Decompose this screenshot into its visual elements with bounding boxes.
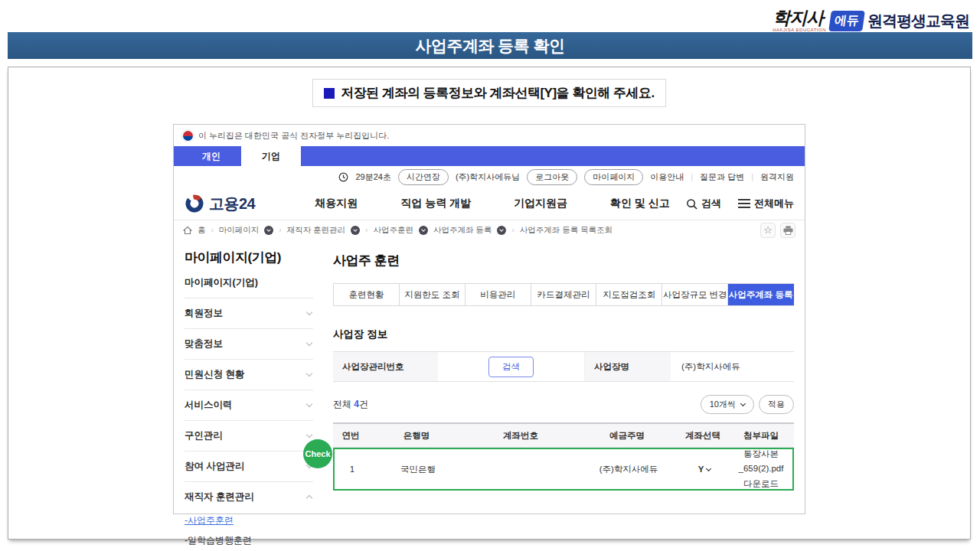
breadcrumb-employer-training[interactable]: 사업주훈련	[373, 225, 413, 236]
korea-flag-icon	[183, 131, 193, 141]
user-type-tab-bar: 개인 기업	[174, 146, 805, 166]
sidebar-item-member-info[interactable]: 회원정보	[185, 298, 313, 329]
tab-inspection[interactable]: 지도점검조회	[596, 284, 662, 305]
bullet-square-icon	[324, 88, 335, 99]
mypage-button[interactable]: 마이페이지	[584, 169, 643, 185]
main-content: 사업주 훈련 훈련현황 지원한도 조회 비용관리 카드결제관리 지도점검조회 사…	[333, 249, 794, 551]
header-account-number: 계좌번호	[465, 430, 577, 442]
sidebar-item-service-history[interactable]: 서비스이력	[185, 390, 313, 421]
breadcrumb-dropdown-icon[interactable]	[264, 226, 273, 235]
page-size-select[interactable]: 10개씩	[701, 395, 754, 414]
tab-account-register[interactable]: 사업주계좌 등록	[728, 284, 794, 305]
table-row: 1 국민은행 (주)학지사에듀 Y 통장사본_659(2).pdf 다운로드	[335, 449, 792, 489]
sidebar-item-label: 서비스이력	[185, 399, 233, 412]
gov-emblem-icon	[185, 194, 204, 214]
total-count: 전체 4건	[333, 398, 368, 411]
tab-cost-mgmt[interactable]: 비용관리	[466, 284, 531, 305]
workplace-mgmt-number-label: 사업장관리번호	[333, 352, 438, 381]
sidebar-subitem-label: -사업주훈련	[185, 515, 234, 526]
sidebar-item-mypage[interactable]: 마이페이지(기업)	[185, 266, 313, 298]
print-button[interactable]	[780, 223, 795, 238]
cell-attachment: 통장사본_659(2).pdf 다운로드	[730, 447, 792, 492]
gnb-menu-recruit[interactable]: 채용지원	[315, 197, 358, 210]
breadcrumb-dropdown-icon[interactable]	[497, 226, 506, 235]
brand-suffix-text: 원격평생교육원	[867, 11, 969, 31]
extend-time-button[interactable]: 시간연장	[398, 169, 449, 185]
apply-button[interactable]: 적용	[759, 395, 794, 414]
chevron-down-icon	[306, 401, 312, 407]
util-link-guide[interactable]: 이용안내	[650, 171, 684, 183]
workplace-name-value: (주)학지사에듀	[671, 352, 794, 381]
all-menu-button[interactable]: 전체메뉴	[738, 197, 794, 210]
tab-support-limit[interactable]: 지원한도 조회	[400, 284, 466, 305]
tab-business[interactable]: 기업	[241, 146, 301, 166]
gnb-menu-report[interactable]: 확인 및 신고	[610, 197, 670, 210]
tab-workplace-size[interactable]: 사업장규모 변경	[662, 284, 728, 305]
sidebar-item-label: 재직자 훈련관리	[185, 491, 254, 504]
sidebar-item-civil-status[interactable]: 민원신청 현황	[185, 360, 313, 390]
favorite-star-button[interactable]: ☆	[760, 223, 776, 238]
breadcrumb-dropdown-icon[interactable]	[419, 226, 428, 235]
header-attachment: 첨부파일	[728, 430, 794, 442]
goyong24-logo-text: 고용24	[209, 194, 255, 214]
brand-hakjisa-text: 학지사	[773, 9, 826, 27]
header-bank: 은행명	[368, 430, 465, 442]
highlighted-row-outline: 1 국민은행 (주)학지사에듀 Y 통장사본_659(2).pdf 다운로드	[333, 448, 794, 491]
list-controls: 전체 4건 10개씩 적용	[333, 395, 794, 414]
gov-notice-text: 이 누리집은 대한민국 공식 전자정부 누리집입니다.	[198, 130, 389, 142]
sidebar-item-program-mgmt[interactable]: 참여 사업관리	[185, 452, 313, 482]
goyong24-logo[interactable]: 고용24	[185, 194, 255, 214]
header-no: 연번	[333, 430, 368, 442]
divider: |	[751, 172, 753, 181]
global-nav: 고용24 채용지원 직업 능력 개발 기업지원금 확인 및 신고 검색 전체메뉴	[174, 187, 805, 220]
search-button[interactable]: 검색	[686, 197, 721, 210]
cell-bank: 국민은행	[370, 464, 466, 475]
chevron-down-icon	[306, 370, 312, 377]
total-unit: 건	[359, 399, 368, 409]
cell-no: 1	[335, 465, 370, 474]
breadcrumb-account-register[interactable]: 사업주계좌 등록	[433, 225, 492, 236]
util-link-qna[interactable]: 질문과 답변	[700, 171, 744, 183]
apply-label: 적용	[768, 399, 785, 410]
logout-button[interactable]: 로그아웃	[527, 169, 577, 185]
tab-training-status[interactable]: 훈련현황	[334, 284, 400, 305]
util-link-remote[interactable]: 원격지원	[760, 171, 794, 183]
sidebar-item-label: 회원정보	[185, 307, 223, 320]
search-workplace-button[interactable]: 검색	[488, 357, 534, 377]
gov-notice-bar: 이 누리집은 대한민국 공식 전자정부 누리집입니다.	[174, 125, 805, 146]
sidebar-subitem-work-learning[interactable]: -일학습병행훈련	[185, 532, 313, 551]
chevron-down-icon	[306, 432, 312, 438]
cell-holder: (주)학지사에듀	[578, 464, 679, 475]
breadcrumb-mypage[interactable]: 마이페이지	[219, 225, 260, 236]
sidebar-item-custom-info[interactable]: 맞춤정보	[185, 329, 313, 360]
gnb-menu-vocational[interactable]: 직업 능력 개발	[400, 197, 471, 210]
breadcrumb-separator: ›	[279, 226, 281, 234]
account-table: 연번 은행명 계좌번호 예금주명 계좌선택 첨부파일 1 국민은행	[333, 422, 794, 491]
attachment-download-link[interactable]: 다운로드	[730, 477, 792, 492]
tab-card-payment[interactable]: 카드결제관리	[531, 284, 597, 305]
breadcrumb-separator: ›	[511, 226, 514, 234]
session-timer: 29분24초	[355, 171, 390, 183]
chevron-up-icon	[306, 495, 312, 501]
account-select-dropdown[interactable]: Y	[698, 465, 711, 474]
chevron-down-icon	[306, 309, 312, 315]
hamburger-icon	[738, 199, 750, 208]
sidebar-subitem-employer-training[interactable]: -사업주훈련	[185, 512, 313, 532]
breadcrumb-home[interactable]: 홈	[198, 225, 206, 236]
star-icon: ☆	[763, 224, 773, 236]
brand-edu-badge: 에듀	[828, 11, 865, 31]
header-account-select: 계좌선택	[678, 430, 728, 442]
sidebar-item-job-posting[interactable]: 구인관리	[185, 421, 313, 452]
sidebar-item-label: 참여 사업관리	[185, 460, 244, 473]
brand-hakjisa: 학지사 HAKJISA EDUCATION	[773, 9, 826, 32]
brand-logo: 학지사 HAKJISA EDUCATION 에듀 원격평생교육원	[773, 9, 969, 32]
sidebar-item-incumbent-training[interactable]: 재직자 훈련관리	[185, 482, 313, 512]
instruction-banner: 저장된 계좌의 등록정보와 계좌선택[Y]을 확인해 주세요.	[312, 79, 666, 107]
breadcrumb-dropdown-icon[interactable]	[351, 226, 360, 235]
workplace-name-label: 사업장명	[585, 352, 671, 381]
breadcrumb-training[interactable]: 재직자 훈련관리	[287, 225, 345, 236]
search-label: 검색	[701, 197, 721, 210]
gnb-menu-subsidy[interactable]: 기업지원금	[514, 197, 567, 210]
attachment-file-name[interactable]: 통장사본_659(2).pdf	[730, 447, 792, 477]
tab-personal[interactable]: 개인	[181, 146, 241, 166]
